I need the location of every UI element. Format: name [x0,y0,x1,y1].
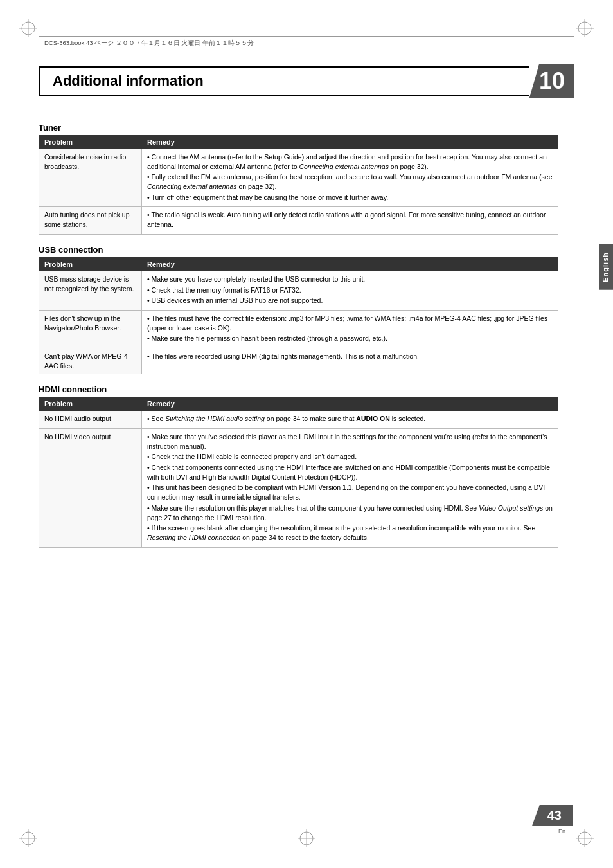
hdmi-problem-2: No HDMI video output [39,429,142,548]
language-side-tab: English [599,244,613,290]
usb-col-remedy: Remedy [142,257,558,271]
table-row: USB mass storage device is not recognize… [39,271,558,310]
page-lang-label: En [558,828,565,835]
tuner-col-problem: Problem [39,136,142,149]
usb-section-header: USB connection [39,245,558,255]
corner-reg-bottom-left [19,829,37,849]
table-row: No HDMI audio output. See Switching the … [39,411,558,429]
center-reg-bottom [298,829,315,849]
chapter-title: Additional information [53,73,204,89]
file-path-text: DCS-363.book 43 ページ ２００７年１月１６日 火曜日 午前１１時… [44,39,254,48]
chapter-number: 10 [539,68,565,95]
hdmi-remedy-2: Make sure that you've selected this play… [142,429,558,548]
table-row: Files don't show up in the Navigator/Pho… [39,310,558,348]
usb-col-problem: Problem [39,257,142,271]
corner-reg-bottom-right [576,829,594,849]
table-row: Considerable noise in radio broadcasts. … [39,149,558,207]
chapter-number-box: 10 [529,64,574,98]
usb-problem-1: USB mass storage device is not recognize… [39,271,142,310]
tuner-remedy-1: Connect the AM antenna (refer to the Set… [142,149,558,207]
hdmi-remedy-1: See Switching the HDMI audio setting on … [142,411,558,429]
content-area: Tuner Problem Remedy Considerable noise … [39,113,558,556]
tuner-problem-1: Considerable noise in radio broadcasts. [39,149,142,207]
usb-remedy-1: Make sure you have completely inserted t… [142,271,558,310]
page-number-box: 43 [532,805,573,826]
table-row: No HDMI video output Make sure that you'… [39,429,558,548]
usb-table: Problem Remedy USB mass storage device i… [39,257,558,375]
usb-remedy-2: The files must have the correct file ext… [142,310,558,348]
tuner-col-remedy: Remedy [142,136,558,149]
page-number: 43 [547,808,562,822]
table-row: Can't play WMA or MPEG-4 AAC files. The … [39,348,558,374]
tuner-problem-2: Auto tuning does not pick up some statio… [39,207,142,234]
page-container: DCS-363.book 43 ページ ２００７年１月１６日 火曜日 午前１１時… [0,0,613,868]
file-path-bar: DCS-363.book 43 ページ ２００７年１月１６日 火曜日 午前１１時… [39,36,574,50]
tuner-remedy-2: The radio signal is weak. Auto tuning wi… [142,207,558,234]
hdmi-col-problem: Problem [39,397,142,411]
page-number-area: 43 [532,805,573,826]
corner-reg-top-right [576,19,594,39]
usb-problem-3: Can't play WMA or MPEG-4 AAC files. [39,348,142,374]
hdmi-section-header: HDMI connection [39,384,558,394]
hdmi-table: Problem Remedy No HDMI audio output. See… [39,397,558,547]
corner-reg-top-left [19,19,37,39]
hdmi-problem-1: No HDMI audio output. [39,411,142,429]
usb-remedy-3: The files were recorded using DRM (digit… [142,348,558,374]
tuner-table: Problem Remedy Considerable noise in rad… [39,135,558,235]
chapter-header: Additional information 10 [39,64,574,98]
usb-problem-2: Files don't show up in the Navigator/Pho… [39,310,142,348]
chapter-title-box: Additional information [39,66,529,96]
hdmi-col-remedy: Remedy [142,397,558,411]
tuner-section-header: Tuner [39,123,558,132]
table-row: Auto tuning does not pick up some statio… [39,207,558,234]
